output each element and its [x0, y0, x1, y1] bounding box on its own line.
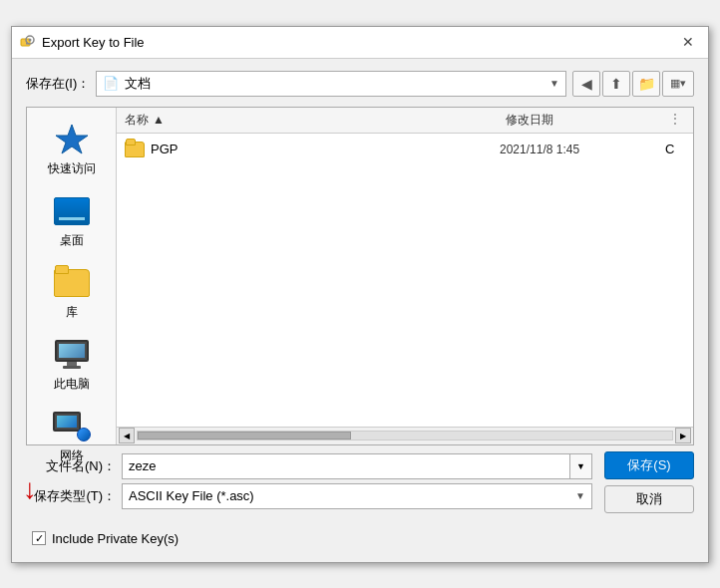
save-button[interactable]: 保存(S): [604, 451, 694, 479]
sidebar: 快速访问 桌面 库: [27, 108, 117, 444]
filename-input[interactable]: [122, 453, 570, 479]
back-button[interactable]: ◀: [572, 71, 600, 97]
library-label: 库: [66, 304, 78, 321]
file-item-extra: C: [665, 142, 685, 156]
sidebar-item-desktop[interactable]: 桌面: [32, 187, 112, 255]
filetype-dropdown[interactable]: ASCII Key File (*.asc) ▼: [122, 483, 592, 509]
views-button[interactable]: ▦▾: [662, 71, 694, 97]
sort-arrow: ▲: [153, 113, 165, 127]
filetype-dropdown-text: ASCII Key File (*.asc): [129, 488, 575, 503]
filename-row: 文件名(N)： ▼: [26, 453, 592, 479]
folder-icon-pgp: [125, 141, 145, 158]
main-area: 快速访问 桌面 库: [26, 107, 694, 445]
include-private-key-checkbox[interactable]: ✓: [32, 531, 46, 545]
svg-rect-3: [26, 43, 29, 45]
action-buttons: 保存(S) 取消: [604, 451, 694, 513]
location-bar: 保存在(I)： 📄 文档 ▼ ◀ ⬆ 📁 ▦▾: [26, 71, 694, 97]
filename-label: 文件名(N)：: [26, 457, 116, 475]
file-item-pgp[interactable]: PGP 2021/11/8 1:45 C: [117, 138, 693, 161]
nav-buttons: ◀ ⬆ 📁 ▦▾: [572, 71, 694, 97]
file-list: PGP 2021/11/8 1:45 C: [117, 134, 693, 427]
scroll-thumb[interactable]: [138, 432, 351, 440]
bottom-row: 文件名(N)： ▼ 保存类型(T)： ASCII Key File (*.asc…: [26, 451, 694, 513]
red-arrow-indicator: ↓: [23, 475, 37, 503]
checkbox-row: ✓ Include Private Key(s): [26, 527, 694, 550]
export-key-dialog: Export Key to File ✕ 保存在(I)： 📄 文档 ▼ ◀ ⬆ …: [11, 26, 709, 563]
title-bar: Export Key to File ✕: [12, 27, 708, 59]
thispc-icon: [52, 337, 92, 373]
cancel-button[interactable]: 取消: [604, 485, 694, 513]
location-dropdown-arrow: ▼: [549, 78, 559, 89]
file-list-header: 名称 ▲ 修改日期 ⋮: [117, 108, 693, 134]
filename-dropdown-arrow[interactable]: ▼: [570, 453, 592, 479]
horizontal-scrollbar[interactable]: ◀ ▶: [117, 427, 693, 444]
filetype-input-wrap: ASCII Key File (*.asc) ▼: [122, 483, 592, 509]
checkbox-label[interactable]: Include Private Key(s): [52, 531, 179, 546]
thispc-label: 此电脑: [54, 376, 90, 393]
filetype-dropdown-arrow: ▼: [575, 490, 585, 501]
scroll-right[interactable]: ▶: [675, 428, 691, 443]
new-folder-button[interactable]: 📁: [632, 71, 660, 97]
column-name-header[interactable]: 名称 ▲: [125, 112, 506, 129]
sidebar-item-library[interactable]: 库: [32, 259, 112, 327]
close-button[interactable]: ✕: [676, 30, 700, 54]
scroll-left[interactable]: ◀: [119, 428, 135, 443]
location-label: 保存在(I)：: [26, 75, 90, 93]
scroll-track[interactable]: [137, 431, 673, 441]
location-dropdown[interactable]: 📄 文档 ▼: [96, 71, 566, 97]
column-more-header[interactable]: ⋮: [665, 112, 685, 129]
svg-marker-4: [56, 125, 88, 153]
quickaccess-icon: [52, 122, 92, 157]
sidebar-item-quickaccess[interactable]: 快速访问: [32, 116, 112, 183]
network-icon: [52, 409, 92, 444]
quickaccess-label: 快速访问: [48, 160, 96, 177]
file-browser: 名称 ▲ 修改日期 ⋮ PGP 2021/11/8 1: [117, 108, 693, 444]
desktop-label: 桌面: [60, 232, 84, 249]
forms-area: 文件名(N)： ▼ 保存类型(T)： ASCII Key File (*.asc…: [26, 451, 592, 509]
column-date-header[interactable]: 修改日期: [506, 112, 665, 129]
desktop-icon: [52, 193, 92, 229]
library-icon: [52, 265, 92, 301]
filetype-row: 保存类型(T)： ASCII Key File (*.asc) ▼: [26, 483, 592, 509]
svg-point-2: [29, 39, 32, 42]
views-icon: ▦▾: [670, 77, 686, 90]
filename-input-wrap: ▼: [122, 453, 592, 479]
column-name-label: 名称: [125, 112, 149, 129]
dialog-icon: [20, 34, 36, 50]
sidebar-item-thispc[interactable]: 此电脑: [32, 331, 112, 399]
filetype-label: 保存类型(T)：: [26, 487, 116, 505]
up-button[interactable]: ⬆: [602, 71, 630, 97]
dialog-title: Export Key to File: [42, 35, 676, 50]
dialog-body: 保存在(I)： 📄 文档 ▼ ◀ ⬆ 📁 ▦▾: [12, 59, 708, 562]
location-folder-icon: 📄: [103, 76, 119, 91]
file-item-name: PGP: [151, 142, 494, 156]
file-item-date: 2021/11/8 1:45: [500, 143, 659, 156]
checkbox-check-icon: ✓: [35, 532, 44, 545]
location-dropdown-text: 文档: [125, 75, 549, 93]
